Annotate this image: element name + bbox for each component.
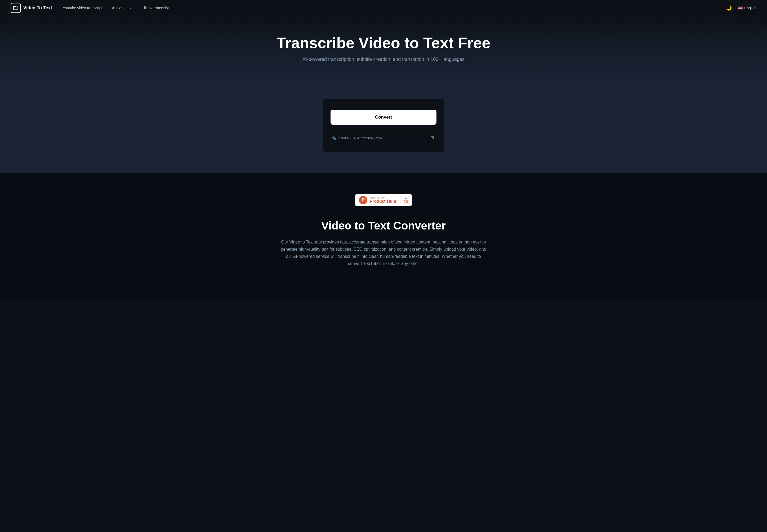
hero-subtitle: AI-powered transcription, subtitle creat… [291,57,476,62]
product-hunt-badge[interactable]: P FIND US ON Product Hunt ▲ 22 [355,194,412,206]
converter-section: Video to Text Converter Our Video to Tex… [5,219,762,283]
ph-name-label: Product Hunt [369,199,396,204]
flag-icon: 🇺🇸 [738,6,743,10]
svg-point-2 [15,6,16,7]
file-name-row: 📎 1760371640427229245.mp4 [331,136,382,140]
ph-find-us-label: FIND US ON [369,196,385,199]
ph-circle-icon: P [359,196,367,204]
upload-card: Convert 📎 1760371640427229245.mp4 [322,99,445,152]
converter-title: Video to Text Converter [11,219,756,232]
moon-icon: 🌙 [726,5,732,11]
nav-links: Youtube video transcript Audio to text T… [63,6,725,10]
language-button[interactable]: 🇺🇸 English [738,6,756,10]
file-name: 1760371640427229245.mp4 [338,136,382,140]
delete-file-button[interactable] [429,134,436,142]
ph-left: P FIND US ON Product Hunt [359,196,396,204]
nav-link-youtube[interactable]: Youtube video transcript [63,6,102,10]
hero-title: Transcribe Video to Text Free [5,34,762,51]
svg-rect-0 [14,6,18,10]
middle-section: P FIND US ON Product Hunt ▲ 22 Video to … [0,173,767,299]
nav-link-audio[interactable]: Audio to text [112,6,132,10]
converter-description: Our Video to Text tool provides fast, ac… [280,238,487,267]
svg-point-1 [14,6,15,7]
paperclip-icon: 📎 [331,136,336,140]
brand-name: Video To Text [23,5,52,11]
logo-icon [11,3,21,13]
hero-section: Transcribe Video to Text Free AI-powered… [0,16,767,83]
ph-text-group: FIND US ON Product Hunt [369,196,396,204]
brand-logo[interactable]: Video To Text [11,3,52,13]
language-label: English [744,6,756,10]
dark-mode-button[interactable]: 🌙 [725,4,733,12]
nav-link-tiktok[interactable]: TikTok transcript [142,6,169,10]
ph-score-number: 22 [404,200,408,204]
file-info-row: 📎 1760371640427229245.mp4 [330,132,437,144]
nav-right: 🌙 🇺🇸 English [725,4,756,12]
ph-score: ▲ 22 [400,196,408,204]
upload-section: Convert 📎 1760371640427229245.mp4 [0,83,767,173]
convert-button[interactable]: Convert [330,110,437,125]
